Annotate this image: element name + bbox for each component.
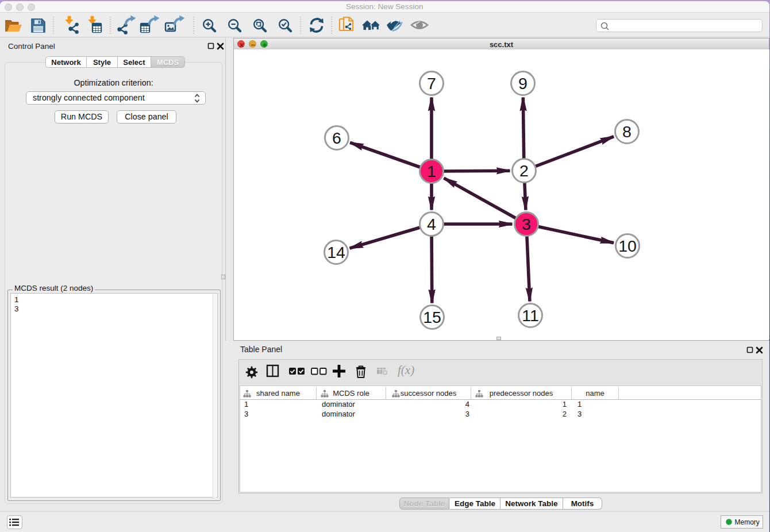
svg-text:14: 14 [327, 243, 345, 261]
svg-text:8: 8 [622, 122, 632, 141]
svg-text:4: 4 [427, 215, 436, 233]
svg-text:9: 9 [518, 74, 528, 92]
svg-text:2: 2 [519, 161, 529, 180]
svg-text:f(x): f(x) [398, 363, 414, 377]
svg-text:15: 15 [423, 308, 441, 326]
svg-text:7: 7 [427, 74, 436, 92]
svg-text:1: 1 [427, 162, 436, 180]
svg-text:11: 11 [522, 306, 539, 325]
svg-text:10: 10 [618, 237, 637, 255]
svg-text:3: 3 [522, 215, 531, 233]
svg-text:6: 6 [332, 129, 341, 147]
